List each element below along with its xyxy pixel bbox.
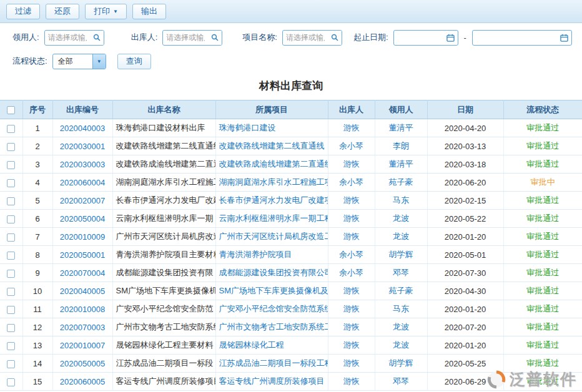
chevron-down-icon[interactable]: ▼ [92, 54, 106, 69]
search-icon[interactable] [208, 31, 222, 45]
row-checkbox[interactable] [7, 252, 15, 260]
outbound-code-link[interactable]: 2020020007 [60, 196, 105, 205]
row-checkbox[interactable] [7, 197, 15, 205]
date-to-input[interactable] [476, 31, 558, 44]
cell-status: 审批中 [503, 174, 582, 192]
outbound-code-link[interactable]: 2020040005 [60, 287, 105, 296]
outbound-code-link[interactable]: 2020070003 [60, 323, 105, 332]
cell-name: 广州市文物考古工地安防系统 [112, 318, 215, 336]
cell-code: 2020050001 [52, 246, 112, 264]
outbound-code-link[interactable]: 2020050004 [60, 214, 105, 223]
cell-date: 2020-03-18 [427, 155, 503, 174]
row-checkbox[interactable] [7, 324, 15, 332]
calendar-icon[interactable] [445, 31, 456, 45]
cell-project[interactable]: 江苏成品油二期项目一标段工程 [215, 355, 328, 373]
cell-project[interactable]: 成都能源建设集团投资有限公司 [215, 264, 328, 282]
outbound-code-link[interactable]: 2020030003 [60, 160, 105, 169]
table-row: 22020030001改建铁路线增建第二线直通线改建铁路线增建第二线直通线余小琴… [0, 137, 582, 155]
cell-project[interactable]: 广州市文物考古工地安防系统工程 [215, 318, 328, 336]
outbound-code-link[interactable]: 2020030001 [60, 142, 105, 151]
outbound-code-link[interactable]: 2020040003 [60, 124, 105, 133]
table-row: 72020010009广州市天河区统计局机房改造广州市天河区统计局机房改造工程游… [0, 228, 582, 246]
cell-issuer: 余小琴 [328, 246, 375, 264]
project-input[interactable] [283, 31, 328, 44]
cell-no: 14 [22, 355, 52, 373]
recipient-label: 领用人: [12, 32, 39, 43]
row-checkbox[interactable] [7, 233, 15, 242]
select-all-checkbox[interactable] [7, 106, 15, 114]
cell-no: 11 [22, 300, 52, 318]
query-button-label: 查询 [126, 56, 142, 67]
row-checkbox[interactable] [7, 143, 15, 151]
cell-no: 5 [22, 192, 52, 210]
calendar-icon[interactable] [558, 31, 570, 45]
status-select[interactable]: 全部 ▼ [52, 54, 106, 69]
cell-no: 6 [22, 210, 52, 228]
filter-button[interactable]: 过滤 [6, 4, 40, 19]
cell-date: 2020-03-13 [427, 137, 503, 155]
date-range-label: 起止日期: [353, 32, 388, 43]
date-from-input[interactable] [397, 31, 445, 44]
outbound-code-link[interactable]: 2020060004 [60, 178, 105, 187]
row-checkbox[interactable] [7, 270, 15, 278]
table-row: 122020070003广州市文物考古工地安防系统广州市文物考古工地安防系统工程… [0, 318, 582, 336]
cell-no: 10 [22, 282, 52, 300]
issuer-input[interactable] [163, 31, 208, 44]
header-date: 日期 [427, 100, 503, 119]
print-button[interactable]: 打印 ▼ [85, 4, 127, 19]
cell-project[interactable]: 改建铁路线增建第二线直通线 [215, 137, 328, 155]
search-icon[interactable] [90, 31, 104, 45]
table-header-row: 序号 出库编号 出库名称 所属项目 出库人 领用人 日期 流程状态 [0, 100, 582, 119]
row-checkbox[interactable] [7, 161, 15, 169]
row-checkbox[interactable] [7, 306, 15, 314]
cell-project[interactable]: 珠海鹤港口建设 [215, 119, 328, 137]
cell-checkbox [0, 246, 22, 264]
row-checkbox[interactable] [7, 215, 15, 223]
table-row: 92020070004成都能源建设集团投资有限成都能源建设集团投资有限公司余小琴… [0, 264, 582, 282]
cell-project[interactable]: 青海洪湖养护院项目 [215, 246, 328, 264]
table-row: 132020010007晟铭园林绿化工程主要材料晟铭园林绿化工程游恢龙波2020… [0, 336, 582, 355]
table-row: 82020050001青海洪湖养护院项目主要材料青海洪湖养护院项目余小琴胡学辉2… [0, 246, 582, 264]
cell-recipient: 邓琴 [375, 373, 427, 391]
row-checkbox[interactable] [7, 342, 15, 350]
outbound-code-link[interactable]: 2020060005 [60, 377, 105, 386]
date-to-picker [472, 30, 572, 46]
outbound-code-link[interactable]: 2020050001 [60, 250, 105, 260]
outbound-code-link[interactable]: 2020050005 [60, 359, 105, 368]
outbound-code-link[interactable]: 2020010008 [60, 305, 105, 314]
cell-issuer: 余小琴 [328, 264, 375, 282]
row-checkbox[interactable] [7, 288, 15, 296]
cell-project[interactable]: 改建铁路成渝线增建第二直通线 [215, 155, 328, 174]
top-toolbar: 过滤 还原 打印 ▼ 输出 [0, 0, 582, 23]
cell-project[interactable]: 湖南洞庭湖水库引水工程施工项目 [215, 174, 328, 192]
table-row: 42020060004湖南洞庭湖水库引水工程施工湖南洞庭湖水库引水工程施工项目余… [0, 174, 582, 192]
outbound-code-link[interactable]: 2020010007 [60, 341, 105, 350]
cell-status: 审批通过 [503, 373, 582, 391]
cell-project[interactable]: 晟铭园林绿化工程 [215, 336, 328, 355]
search-icon[interactable] [328, 31, 342, 45]
row-checkbox[interactable] [7, 360, 15, 368]
cell-project[interactable]: 广安邓小平纪念馆安全防范系统 [215, 300, 328, 318]
header-recipient: 领用人 [375, 100, 427, 119]
cell-project[interactable]: 长春市伊通河水力发电厂改建项目 [215, 192, 328, 210]
row-checkbox[interactable] [7, 179, 15, 187]
row-checkbox[interactable] [7, 378, 15, 386]
cell-project[interactable]: SM广场地下车库更换摄像机及周边 [215, 282, 328, 300]
export-button[interactable]: 输出 [132, 4, 166, 19]
cell-date: 2020-01-20 [427, 300, 503, 318]
cell-recipient: 龙波 [375, 336, 427, 355]
restore-button[interactable]: 还原 [46, 4, 79, 19]
outbound-code-link[interactable]: 2020070004 [60, 268, 105, 278]
row-checkbox[interactable] [7, 125, 15, 133]
outbound-code-link[interactable]: 2020010009 [60, 232, 105, 242]
cell-name: 客运专线广州调度所装修项目 [112, 373, 215, 391]
cell-project[interactable]: 广州市天河区统计局机房改造工程 [215, 228, 328, 246]
cell-date: 2020-06-20 [427, 174, 503, 192]
cell-recipient: 邓琴 [375, 264, 427, 282]
cell-no: 9 [22, 264, 52, 282]
recipient-input[interactable] [45, 31, 90, 44]
cell-project[interactable]: 客运专线广州调度所装修项目 [215, 373, 328, 391]
cell-no: 8 [22, 246, 52, 264]
cell-project[interactable]: 云南水利枢纽潜明水库一期工程 [215, 210, 328, 228]
query-button[interactable]: 查询 [117, 54, 151, 69]
